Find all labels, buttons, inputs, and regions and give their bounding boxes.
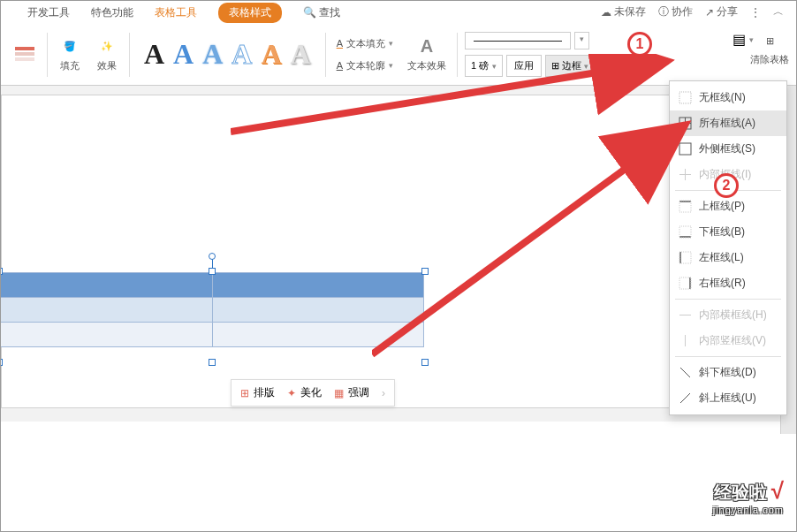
apply-button[interactable]: 应用	[506, 55, 542, 77]
share-button[interactable]: ↗ 分享	[705, 4, 738, 19]
svg-rect-3	[679, 92, 691, 103]
layout-button[interactable]: ⊞排版	[240, 385, 275, 400]
border-inside-h: 内部横框线(H)	[670, 302, 786, 328]
style-swatch[interactable]	[10, 42, 40, 68]
svg-line-21	[680, 393, 690, 403]
text-outline-dropdown[interactable]: A 文本轮廓 ▾	[333, 57, 397, 74]
border-outside[interactable]: 外侧框线(S)	[670, 136, 786, 162]
border-dropdown-button[interactable]: ⊞ 边框 ▾	[545, 55, 595, 77]
tab-table-style[interactable]: 表格样式	[218, 3, 282, 23]
svg-rect-13	[679, 226, 691, 238]
border-none[interactable]: 无框线(N)	[670, 85, 786, 110]
border-left[interactable]: 左框线(L)	[670, 245, 786, 270]
tab-table-tools[interactable]: 表格工具	[155, 5, 197, 20]
search-entry[interactable]: 🔍 查找	[303, 5, 340, 20]
border-inside-v: 内部竖框线(V)	[670, 328, 786, 353]
context-toolbar: ⊞排版 ✦美化 ▦强调 ›	[231, 379, 395, 407]
svg-rect-1	[15, 52, 34, 56]
tab-dev[interactable]: 开发工具	[27, 5, 70, 20]
text-effect-button[interactable]: A文本效果	[404, 34, 450, 76]
border-bottom[interactable]: 下框线(B)	[670, 219, 786, 245]
slide-page	[1, 95, 672, 408]
emphasize-button[interactable]: ▦强调	[334, 385, 369, 400]
selected-table[interactable]	[0, 272, 424, 347]
border-all[interactable]: 所有框线(A)	[670, 110, 786, 136]
svg-rect-0	[15, 47, 34, 50]
coop-button[interactable]: ⓘ 协作	[658, 4, 693, 19]
text-fill-dropdown[interactable]: A 文本填充 ▾	[333, 35, 397, 52]
tab-feature[interactable]: 特色功能	[91, 5, 133, 20]
border-diag-down[interactable]: 斜下框线(D)	[670, 360, 786, 385]
annotation-badge-1: 1	[627, 32, 652, 57]
svg-rect-15	[679, 252, 691, 263]
collapse-ribbon-icon[interactable]: ︿	[773, 4, 784, 19]
border-menu: 无框线(N) 所有框线(A) 外侧框线(S) 内部框线(I) 上框线(P) 下框…	[669, 80, 787, 415]
fill-button[interactable]: 🪣填充	[55, 34, 85, 76]
align-icon[interactable]: ▤	[732, 31, 746, 48]
svg-line-20	[680, 368, 690, 377]
border-right[interactable]: 右框线(R)	[670, 270, 786, 296]
border-diag-up[interactable]: 斜上框线(U)	[670, 385, 786, 411]
beautify-button[interactable]: ✦美化	[287, 385, 322, 400]
svg-rect-11	[679, 201, 691, 212]
watermark: 经验啦 √ jingyanla.com	[713, 477, 784, 515]
annotation-badge-2: 2	[714, 173, 739, 198]
line-weight-dropdown[interactable]: 1 磅▾	[465, 55, 503, 77]
svg-rect-7	[679, 143, 691, 155]
more-icon[interactable]: ⋮	[750, 6, 761, 19]
effect-button[interactable]: ✨效果	[92, 34, 122, 76]
text-style-gallery[interactable]: AAAAAA	[137, 38, 318, 71]
expand-icon[interactable]: ›	[382, 387, 385, 399]
unsaved-indicator: ☁ 未保存	[601, 4, 646, 19]
line-style-dropdown[interactable]	[465, 32, 571, 49]
clear-style-button[interactable]: ⊞清除表格	[747, 27, 793, 70]
svg-rect-17	[679, 277, 691, 289]
svg-rect-2	[15, 57, 34, 61]
